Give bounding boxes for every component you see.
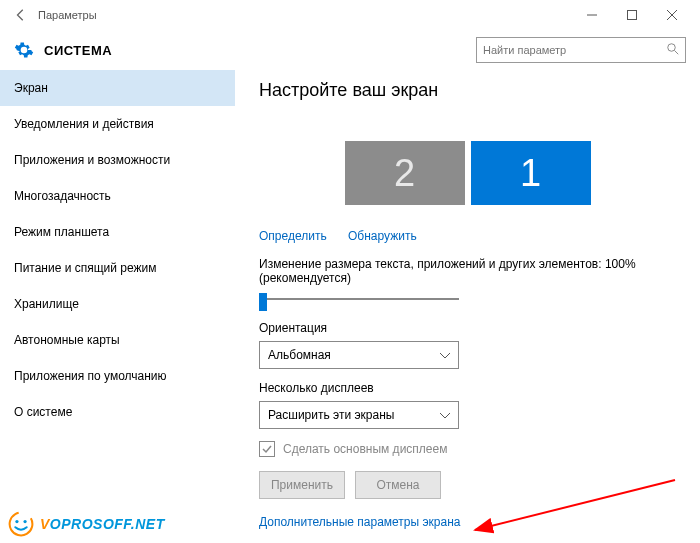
- sidebar-item-apps-features[interactable]: Приложения и возможности: [0, 142, 235, 178]
- sidebar-item-storage[interactable]: Хранилище: [0, 286, 235, 322]
- detect-link[interactable]: Обнаружить: [348, 229, 417, 243]
- apply-button[interactable]: Применить: [259, 471, 345, 499]
- maximize-button[interactable]: [612, 2, 652, 28]
- close-button[interactable]: [652, 2, 692, 28]
- scaling-label: Изменение размера текста, приложений и д…: [259, 257, 676, 285]
- sidebar-item-about[interactable]: О системе: [0, 394, 235, 430]
- orientation-label: Ориентация: [259, 321, 676, 335]
- svg-rect-1: [628, 11, 637, 20]
- make-main-label: Сделать основным дисплеем: [283, 442, 447, 456]
- chevron-down-icon: [440, 350, 450, 361]
- multi-display-label: Несколько дисплеев: [259, 381, 676, 395]
- page-title: Настройте ваш экран: [259, 80, 676, 101]
- slider-track: [259, 298, 459, 300]
- titlebar: Параметры: [0, 0, 700, 30]
- svg-point-9: [23, 520, 26, 523]
- sidebar-item-power-sleep[interactable]: Питание и спящий режим: [0, 250, 235, 286]
- minimize-icon: [587, 10, 597, 20]
- orientation-value: Альбомная: [268, 348, 331, 362]
- minimize-button[interactable]: [572, 2, 612, 28]
- arrow-left-icon: [14, 8, 28, 22]
- orientation-combo[interactable]: Альбомная: [259, 341, 459, 369]
- sidebar-item-tablet-mode[interactable]: Режим планшета: [0, 214, 235, 250]
- make-main-checkbox[interactable]: [259, 441, 275, 457]
- watermark-face-icon: [8, 511, 34, 537]
- scaling-slider-wrap: [259, 291, 676, 307]
- main-content: Настройте ваш экран 2 1 Определить Обнар…: [235, 70, 700, 543]
- header-title: СИСТЕМА: [44, 43, 112, 58]
- window-controls: [572, 2, 692, 28]
- monitor-2[interactable]: 2: [345, 141, 465, 205]
- monitor-arrangement[interactable]: 2 1: [259, 111, 676, 225]
- make-main-row: Сделать основным дисплеем: [259, 441, 676, 457]
- search-box[interactable]: [476, 37, 686, 63]
- multi-display-value: Расширить эти экраны: [268, 408, 394, 422]
- body: Экран Уведомления и действия Приложения …: [0, 70, 700, 543]
- scaling-slider[interactable]: [259, 291, 459, 307]
- chevron-down-icon: [440, 410, 450, 421]
- search-input[interactable]: [483, 44, 667, 56]
- advanced-display-link[interactable]: Дополнительные параметры экрана: [259, 515, 461, 529]
- search-icon: [667, 43, 679, 58]
- close-icon: [667, 10, 677, 20]
- window-title: Параметры: [38, 9, 97, 21]
- button-row: Применить Отмена: [259, 471, 676, 499]
- display-links: Определить Обнаружить: [259, 229, 676, 243]
- svg-point-4: [668, 43, 676, 51]
- svg-line-5: [675, 50, 679, 54]
- gear-icon: [14, 40, 34, 60]
- watermark: VOPROSOFF.NET: [8, 511, 165, 537]
- sidebar-item-multitasking[interactable]: Многозадачность: [0, 178, 235, 214]
- sidebar: Экран Уведомления и действия Приложения …: [0, 70, 235, 543]
- check-icon: [261, 443, 273, 455]
- maximize-icon: [627, 10, 637, 20]
- monitor-1[interactable]: 1: [471, 141, 591, 205]
- svg-point-7: [8, 511, 34, 537]
- watermark-text: VOPROSOFF.NET: [40, 516, 165, 532]
- multi-display-combo[interactable]: Расширить эти экраны: [259, 401, 459, 429]
- identify-link[interactable]: Определить: [259, 229, 327, 243]
- slider-thumb[interactable]: [259, 293, 267, 311]
- header: СИСТЕМА: [0, 30, 700, 70]
- cancel-button[interactable]: Отмена: [355, 471, 441, 499]
- sidebar-item-notifications[interactable]: Уведомления и действия: [0, 106, 235, 142]
- sidebar-item-default-apps[interactable]: Приложения по умолчанию: [0, 358, 235, 394]
- svg-point-8: [15, 520, 18, 523]
- sidebar-item-display[interactable]: Экран: [0, 70, 235, 106]
- back-button[interactable]: [8, 2, 34, 28]
- sidebar-item-offline-maps[interactable]: Автономные карты: [0, 322, 235, 358]
